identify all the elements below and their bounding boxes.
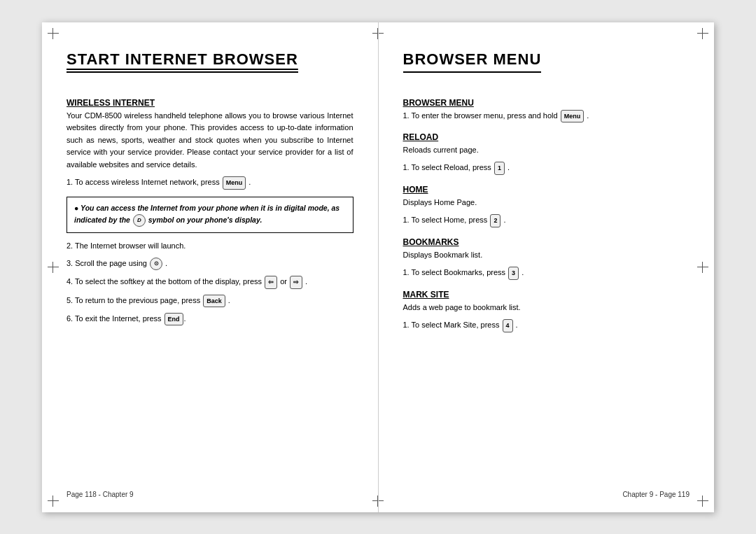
right-page-footer: Chapter 9 - Page 119 xyxy=(403,491,690,498)
reload-heading: Reload xyxy=(403,132,690,142)
home-desc: Displays Home Page. xyxy=(403,197,690,209)
menu-button-icon: Menu xyxy=(223,176,246,189)
end-button-icon: End xyxy=(164,313,183,325)
menu-hold-button-icon: Menu xyxy=(561,110,584,122)
step-2-text: 2. The Internet browser will launch. xyxy=(66,240,354,253)
bookmarks-step: 1. To select Bookmarks, press 3 . xyxy=(403,267,690,279)
home-heading: Home xyxy=(403,185,690,195)
start-internet-browser-title: Start Internet Browser xyxy=(66,50,298,73)
reload-step: 1. To select Reload, press 1 . xyxy=(403,162,690,174)
page-spread: Start Internet Browser Wireless Internet… xyxy=(42,22,714,512)
step-3-text: 3. Scroll the page using ⊙ . xyxy=(66,258,354,270)
wireless-internet-heading: Wireless Internet xyxy=(66,98,354,108)
left-page-footer: Page 118 - Chapter 9 xyxy=(66,491,354,498)
back-button-icon: Back xyxy=(203,295,225,307)
bookmarks-desc: Displays Bookmark list. xyxy=(403,249,690,262)
mark-site-key-icon: 4 xyxy=(503,319,513,332)
note-text: ● You can access the Internet from your … xyxy=(74,203,346,227)
step-1-text: 1. To access wireless Internet network, … xyxy=(66,176,354,189)
browser-menu-title: Browser Menu xyxy=(403,50,542,73)
right-page-title: Browser Menu xyxy=(403,50,690,85)
scroll-icon: ⊙ xyxy=(150,258,162,270)
left-softkey-icon: ⇦ xyxy=(265,276,277,288)
note-box: ● You can access the Internet from your … xyxy=(66,197,354,233)
left-page: Start Internet Browser Wireless Internet… xyxy=(42,22,379,512)
mark-site-step: 1. To select Mark Site, press 4 . xyxy=(403,319,690,332)
right-softkey-icon: ⇨ xyxy=(290,276,302,288)
wireless-internet-intro: Your CDM-8500 wireless handheld telephon… xyxy=(66,110,354,171)
step-4-text: 4. To select the softkey at the bottom o… xyxy=(66,276,354,288)
reload-key-icon: 1 xyxy=(494,162,505,174)
reload-desc: Reloads current page. xyxy=(403,144,690,157)
step-5-text: 5. To return to the previous page, press… xyxy=(66,295,354,307)
left-page-title: Start Internet Browser xyxy=(66,50,354,85)
digital-indicator-icon: D xyxy=(133,214,146,227)
home-key-icon: 2 xyxy=(490,214,500,227)
browser-menu-intro: 1. To enter the browser menu, press and … xyxy=(403,110,690,122)
home-step: 1. To select Home, press 2 . xyxy=(403,214,690,227)
right-page: Browser Menu Browser Menu 1. To enter th… xyxy=(379,22,715,512)
mark-site-desc: Adds a web page to bookmark list. xyxy=(403,302,690,314)
step-6-text: 6. To exit the Internet, press End. xyxy=(66,313,354,325)
browser-menu-heading: Browser Menu xyxy=(403,98,690,108)
bookmarks-key-icon: 3 xyxy=(508,267,519,279)
mark-site-heading: Mark Site xyxy=(403,290,690,300)
bookmarks-heading: Bookmarks xyxy=(403,237,690,247)
